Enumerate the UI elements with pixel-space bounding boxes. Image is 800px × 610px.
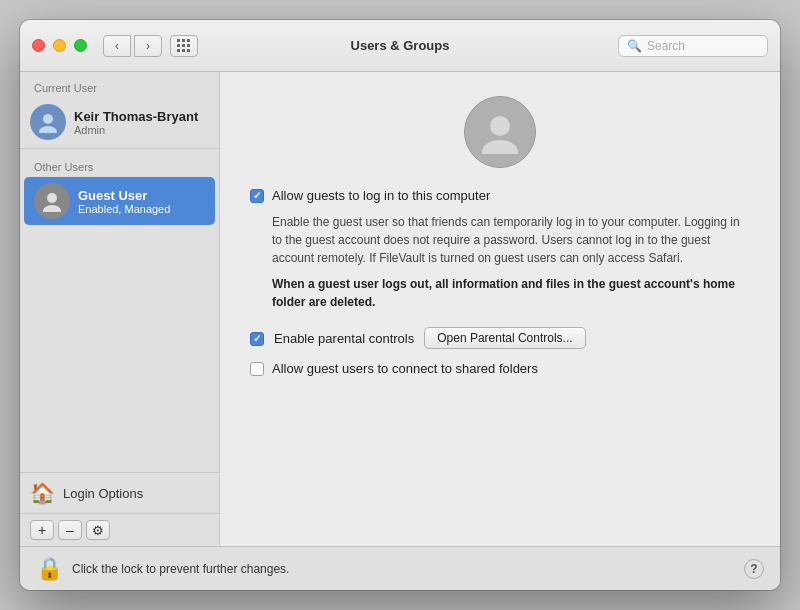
lock-button[interactable]: 🔒 <box>36 556 62 582</box>
sidebar: Current User Keir Thomas-Bryant Admin Ot… <box>20 72 220 546</box>
allow-guests-label: Allow guests to log in to this computer <box>272 188 490 203</box>
bottom-bar: 🔒 Click the lock to prevent further chan… <box>20 546 780 590</box>
allow-guests-checkbox[interactable] <box>250 189 264 203</box>
svg-point-1 <box>39 126 57 133</box>
parental-controls-row: Enable parental controls Open Parental C… <box>250 327 750 349</box>
remove-user-button[interactable]: – <box>58 520 82 540</box>
forward-button[interactable]: › <box>134 35 162 57</box>
back-button[interactable]: ‹ <box>103 35 131 57</box>
shared-folders-row: Allow guest users to connect to shared f… <box>250 361 750 376</box>
search-icon: 🔍 <box>627 39 642 53</box>
close-button[interactable] <box>32 39 45 52</box>
lock-description: Click the lock to prevent further change… <box>72 562 289 576</box>
main-panel: Allow guests to log in to this computer … <box>220 72 780 546</box>
grid-icon <box>177 39 191 53</box>
help-button[interactable]: ? <box>744 559 764 579</box>
gear-button[interactable]: ⚙ <box>86 520 110 540</box>
guest-avatar-large <box>464 96 536 168</box>
options-area: Allow guests to log in to this computer … <box>250 188 750 376</box>
guest-description: Enable the guest user so that friends ca… <box>272 213 750 267</box>
add-user-button[interactable]: + <box>30 520 54 540</box>
main-window: ‹ › Users & Groups 🔍 Search Current User <box>20 20 780 590</box>
svg-point-4 <box>490 116 510 136</box>
login-options-label: Login Options <box>63 486 143 501</box>
shared-folders-label: Allow guest users to connect to shared f… <box>272 361 538 376</box>
current-user-item[interactable]: Keir Thomas-Bryant Admin <box>20 98 219 146</box>
sidebar-divider <box>20 148 219 149</box>
search-placeholder: Search <box>647 39 685 53</box>
current-user-role: Admin <box>74 124 198 136</box>
login-options-icon: 🏠 <box>30 481 55 505</box>
guest-warning: When a guest user logs out, all informat… <box>272 275 750 311</box>
allow-guests-row: Allow guests to log in to this computer <box>250 188 750 203</box>
svg-point-2 <box>47 193 57 203</box>
svg-point-5 <box>482 140 518 154</box>
window-title: Users & Groups <box>351 38 450 53</box>
content-area: Current User Keir Thomas-Bryant Admin Ot… <box>20 72 780 546</box>
open-parental-button[interactable]: Open Parental Controls... <box>424 327 585 349</box>
guest-user-item[interactable]: Guest User Enabled, Managed <box>24 177 215 225</box>
svg-point-3 <box>43 205 61 212</box>
minimize-button[interactable] <box>53 39 66 52</box>
maximize-button[interactable] <box>74 39 87 52</box>
shared-folders-checkbox[interactable] <box>250 362 264 376</box>
current-user-info: Keir Thomas-Bryant Admin <box>74 109 198 136</box>
parental-controls-checkbox[interactable] <box>250 332 264 346</box>
guest-user-avatar <box>34 183 70 219</box>
grid-view-button[interactable] <box>170 35 198 57</box>
current-user-name: Keir Thomas-Bryant <box>74 109 198 124</box>
search-bar[interactable]: 🔍 Search <box>618 35 768 57</box>
nav-buttons: ‹ › <box>103 35 162 57</box>
traffic-lights <box>32 39 87 52</box>
guest-user-role: Enabled, Managed <box>78 203 170 215</box>
guest-user-info: Guest User Enabled, Managed <box>78 188 170 215</box>
sidebar-spacer <box>20 225 219 472</box>
titlebar: ‹ › Users & Groups 🔍 Search <box>20 20 780 72</box>
other-users-label: Other Users <box>20 151 219 177</box>
parental-controls-label: Enable parental controls <box>274 331 414 346</box>
guest-user-name: Guest User <box>78 188 170 203</box>
sidebar-actions: + – ⚙ <box>20 513 219 546</box>
login-options-item[interactable]: 🏠 Login Options <box>20 472 219 513</box>
current-user-label: Current User <box>20 72 219 98</box>
current-user-avatar <box>30 104 66 140</box>
lock-icon: 🔒 <box>36 556 63 582</box>
svg-point-0 <box>43 114 53 124</box>
